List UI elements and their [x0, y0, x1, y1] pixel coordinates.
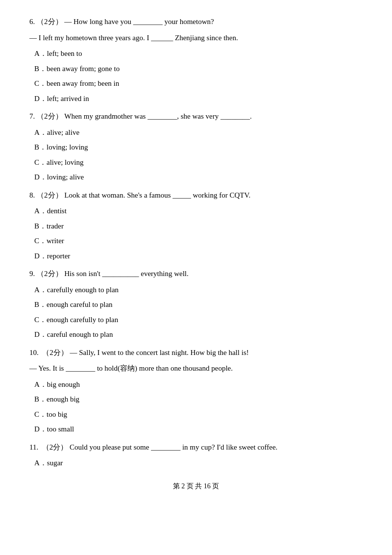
q7-number: 7.	[29, 112, 35, 120]
exam-content: 6. （2分） — How long have you ________ you…	[29, 15, 363, 492]
question-11-text: 11. （2分） Could you please put some _____…	[29, 440, 363, 454]
question-10: 10. （2分） — Sally, I went to the concert …	[29, 346, 363, 436]
question-9: 9. （2分） His son isn't __________ everyth…	[29, 267, 363, 342]
question-8-text: 8. （2分） Look at that woman. She's a famo…	[29, 188, 363, 202]
q6-option-d: D．left; arrived in	[34, 92, 363, 106]
q8-body: Look at that woman. She's a famous _____…	[64, 191, 250, 199]
q7-points: （2分）	[37, 112, 63, 120]
q6-option-c: C．been away from; been in	[34, 76, 363, 91]
q9-number: 9.	[29, 270, 35, 278]
q8-option-c: C．writer	[34, 234, 363, 248]
q11-number: 11.	[29, 443, 38, 451]
q10-option-a: A．big enough	[34, 378, 363, 392]
page-footer: 第 2 页 共 16 页	[29, 480, 363, 492]
q8-option-b: B．trader	[34, 219, 363, 233]
q11-points: （2分）	[40, 443, 68, 451]
q11-option-a: A．sugar	[34, 456, 363, 470]
q6-number: 6.	[29, 18, 35, 25]
question-9-text: 9. （2分） His son isn't __________ everyth…	[29, 267, 363, 281]
question-8: 8. （2分） Look at that woman. She's a famo…	[29, 188, 363, 263]
q7-option-d: D．loving; alive	[34, 170, 363, 184]
q6-body: — How long have you ________ your hometo…	[64, 18, 214, 25]
q10-option-b: B．enough big	[34, 392, 363, 406]
question-6-subtext: — I left my hometown three years ago. I …	[29, 31, 363, 45]
q10-points: （2分）	[41, 349, 68, 356]
q7-option-a: A．alive; alive	[34, 126, 363, 140]
q7-option-c: C．alive; loving	[34, 155, 363, 170]
question-7-text: 7. （2分） When my grandmother was ________…	[29, 109, 363, 124]
q7-option-b: B．loving; loving	[34, 140, 363, 154]
q9-option-d: D．careful enough to plan	[34, 328, 363, 342]
q10-option-c: C．too big	[34, 407, 363, 422]
q11-body: Could you please put some ________ in my…	[70, 443, 277, 451]
q10-option-d: D．too small	[34, 422, 363, 436]
q9-option-c: C．enough carefully to plan	[34, 313, 363, 327]
question-11: 11. （2分） Could you please put some _____…	[29, 440, 363, 470]
question-10-subtext: — Yes. It is ________ to hold(容纳) more t…	[29, 361, 363, 376]
q9-points: （2分）	[37, 270, 63, 278]
q7-body: When my grandmother was ________, she wa…	[64, 112, 251, 120]
question-6: 6. （2分） — How long have you ________ you…	[29, 15, 363, 105]
q10-number: 10.	[29, 349, 39, 356]
q8-number: 8.	[29, 191, 35, 199]
question-6-text: 6. （2分） — How long have you ________ you…	[29, 15, 363, 29]
q10-body: — Sally, I went to the concert last nigh…	[70, 349, 249, 356]
q9-body: His son isn't __________ everything well…	[64, 270, 189, 278]
q9-option-b: B．enough careful to plan	[34, 298, 363, 312]
q6-option-a: A．left; been to	[34, 47, 363, 61]
q8-points: （2分）	[37, 191, 63, 199]
page-number: 第 2 页 共 16 页	[173, 482, 220, 490]
question-7: 7. （2分） When my grandmother was ________…	[29, 109, 363, 184]
question-10-text: 10. （2分） — Sally, I went to the concert …	[29, 346, 363, 360]
q6-option-b: B．been away from; gone to	[34, 62, 363, 76]
q8-option-d: D．reporter	[34, 249, 363, 263]
q9-option-a: A．carefully enough to plan	[34, 283, 363, 297]
q6-points: （2分）	[37, 18, 63, 25]
q8-option-a: A．dentist	[34, 204, 363, 218]
